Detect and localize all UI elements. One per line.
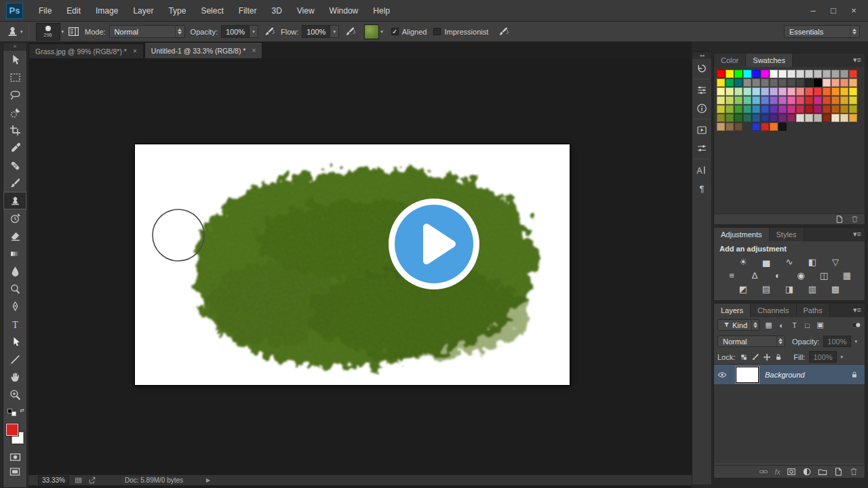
- chevron-down-icon[interactable]: ▾: [62, 29, 64, 35]
- move-tool[interactable]: [3, 51, 26, 68]
- color-swatch[interactable]: [831, 96, 840, 104]
- tool-presets-panel-button[interactable]: [692, 139, 711, 157]
- color-swatch[interactable]: [796, 96, 804, 104]
- color-swatch[interactable]: [752, 87, 760, 96]
- swap-colors-icon[interactable]: ⇄: [20, 407, 24, 413]
- color-swatch[interactable]: [805, 96, 813, 104]
- menu-view[interactable]: View: [290, 0, 322, 22]
- photo-filter-adjustment-button[interactable]: ◉: [793, 270, 809, 281]
- layers-opacity-field[interactable]: 100%: [823, 336, 850, 347]
- color-swatch[interactable]: [787, 87, 795, 96]
- dodge-tool[interactable]: [3, 280, 26, 298]
- color-swatch[interactable]: [743, 87, 751, 96]
- color-lookup-adjustment-button[interactable]: ▦: [839, 270, 855, 281]
- color-swatch[interactable]: [805, 105, 813, 113]
- color-swatch[interactable]: [823, 79, 831, 87]
- document-tab[interactable]: Untitled-1 @ 33.3% (RGB/8) *×: [144, 42, 262, 58]
- color-swatch[interactable]: [717, 79, 725, 87]
- chevron-down-icon[interactable]: ▾: [855, 339, 858, 344]
- color-swatch[interactable]: [849, 70, 857, 78]
- color-swatch[interactable]: [831, 114, 840, 122]
- adjustments-panel-menu-icon[interactable]: ▾≡: [850, 228, 865, 241]
- color-swatch[interactable]: [726, 87, 734, 96]
- line-tool[interactable]: [3, 350, 26, 368]
- delete-swatch-button[interactable]: [850, 215, 859, 224]
- crop-tool[interactable]: [3, 121, 26, 139]
- curves-adjustment-button[interactable]: ∿: [781, 256, 797, 268]
- color-swatch[interactable]: [743, 114, 751, 122]
- flow-field[interactable]: 100%: [302, 25, 330, 38]
- toggle-brush-panel-button[interactable]: [68, 26, 79, 37]
- eraser-tool[interactable]: [3, 227, 26, 245]
- pattern-stamp-tool[interactable]: [3, 192, 26, 209]
- color-swatch[interactable]: [840, 87, 848, 96]
- exposure-adjustment-button[interactable]: ◧: [804, 256, 821, 268]
- color-swatch[interactable]: [840, 96, 848, 104]
- color-swatch[interactable]: [796, 114, 804, 122]
- chevron-down-icon[interactable]: ▾: [841, 354, 844, 360]
- impressionist-checkbox[interactable]: [433, 28, 441, 35]
- color-swatch[interactable]: [814, 79, 822, 87]
- color-swatch[interactable]: [778, 105, 787, 113]
- menu-select[interactable]: Select: [193, 0, 231, 22]
- posterize-adjustment-button[interactable]: ▤: [758, 283, 774, 295]
- swatches-panel-menu-icon[interactable]: ▾≡: [850, 54, 865, 67]
- menu-layer[interactable]: Layer: [125, 0, 161, 22]
- marquee-tool[interactable]: [3, 68, 26, 86]
- color-balance-adjustment-button[interactable]: ∆: [747, 270, 763, 281]
- color-swatch[interactable]: [726, 96, 734, 104]
- color-swatch[interactable]: [814, 70, 822, 78]
- eyedropper-tool[interactable]: [3, 139, 26, 157]
- color-swatch[interactable]: [823, 105, 831, 113]
- color-swatch[interactable]: [752, 96, 760, 104]
- tool-preset-picker[interactable]: ▾: [6, 25, 24, 38]
- layer-row[interactable]: Background: [714, 365, 865, 384]
- blend-mode-select[interactable]: Normal: [717, 336, 785, 347]
- zoom-level-field[interactable]: 33.33%: [38, 476, 69, 485]
- brightness-contrast-adjustment-button[interactable]: ☀: [735, 256, 751, 268]
- status-menu-arrow-icon[interactable]: ▶: [206, 477, 210, 483]
- color-swatch[interactable]: [770, 114, 778, 122]
- color-swatch[interactable]: [787, 96, 795, 104]
- lock-transparency-button[interactable]: [738, 352, 749, 362]
- menu-3d[interactable]: 3D: [264, 0, 289, 22]
- color-swatch[interactable]: [814, 87, 822, 96]
- document-canvas[interactable]: [135, 144, 570, 385]
- opacity-field[interactable]: 100%: [221, 25, 250, 38]
- color-swatch[interactable]: [796, 87, 804, 96]
- color-swatch[interactable]: [787, 114, 795, 122]
- color-swatch[interactable]: [840, 70, 848, 78]
- menu-help[interactable]: Help: [366, 0, 397, 22]
- color-swatch[interactable]: [752, 123, 760, 131]
- color-swatch[interactable]: [761, 70, 769, 78]
- history-brush-tool[interactable]: [3, 209, 26, 227]
- color-swatch[interactable]: [840, 79, 848, 87]
- hand-tool[interactable]: [3, 368, 26, 386]
- selective-color-adjustment-button[interactable]: ▩: [827, 283, 844, 295]
- color-swatch[interactable]: [805, 114, 813, 122]
- character-panel-button[interactable]: A: [692, 161, 711, 179]
- layer-style-button[interactable]: fx: [774, 468, 781, 476]
- color-swatch[interactable]: [805, 70, 813, 78]
- lasso-tool[interactable]: [3, 86, 26, 104]
- color-swatch[interactable]: [717, 123, 725, 131]
- color-swatch[interactable]: [840, 114, 848, 122]
- color-swatch[interactable]: [770, 123, 778, 131]
- color-swatch[interactable]: [717, 114, 725, 122]
- color-swatch[interactable]: [752, 79, 760, 87]
- layer-visibility-toggle[interactable]: [714, 365, 730, 384]
- layer-filter-select[interactable]: Kind: [717, 319, 760, 331]
- minimize-button[interactable]: –: [803, 1, 823, 21]
- color-swatch[interactable]: [717, 96, 725, 104]
- color-swatch[interactable]: [814, 105, 822, 113]
- gradient-map-adjustment-button[interactable]: ▥: [804, 283, 821, 295]
- invert-adjustment-button[interactable]: ◩: [735, 283, 751, 295]
- pattern-picker[interactable]: [364, 24, 379, 39]
- color-swatch[interactable]: [823, 87, 831, 96]
- opacity-dropdown[interactable]: ▾: [250, 25, 258, 38]
- color-swatch[interactable]: [734, 96, 743, 104]
- color-swatch[interactable]: [778, 79, 787, 87]
- brush-preset-picker[interactable]: 296: [36, 23, 60, 41]
- tab-channels[interactable]: Channels: [751, 304, 796, 317]
- color-swatch[interactable]: [849, 105, 857, 113]
